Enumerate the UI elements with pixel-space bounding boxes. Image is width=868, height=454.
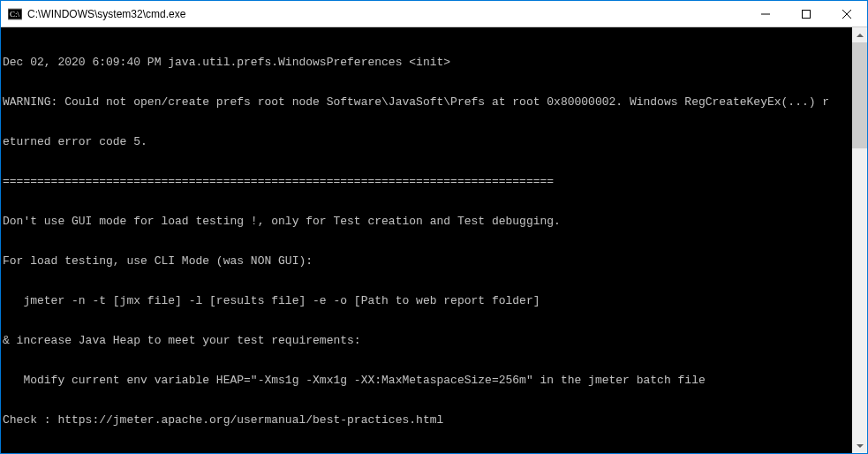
- vertical-scrollbar[interactable]: [852, 27, 867, 453]
- scroll-down-arrow[interactable]: [852, 438, 867, 453]
- terminal-line: Modify current env variable HEAP="-Xms1g…: [3, 374, 852, 387]
- titlebar[interactable]: C:\ C:\WINDOWS\system32\cmd.exe: [1, 1, 867, 27]
- terminal-line: Dec 02, 2020 6:09:40 PM java.util.prefs.…: [3, 56, 852, 69]
- terminal-line: eturned error code 5.: [3, 135, 852, 148]
- terminal-line: & increase Java Heap to meet your test r…: [3, 334, 852, 347]
- window-controls: [745, 1, 867, 26]
- terminal-area: Dec 02, 2020 6:09:40 PM java.util.prefs.…: [1, 27, 867, 453]
- terminal-line: Check : https://jmeter.apache.org/userma…: [3, 413, 852, 427]
- cmd-icon: C:\: [8, 7, 22, 21]
- terminal-output[interactable]: Dec 02, 2020 6:09:40 PM java.util.prefs.…: [1, 27, 852, 453]
- terminal-line: jmeter -n -t [jmx file] -l [results file…: [3, 294, 852, 307]
- window-title: C:\WINDOWS\system32\cmd.exe: [27, 1, 745, 27]
- terminal-line: Don't use GUI mode for load testing !, o…: [3, 215, 852, 228]
- svg-rect-3: [803, 11, 811, 19]
- svg-marker-7: [857, 444, 864, 448]
- svg-marker-6: [857, 34, 864, 37]
- minimize-button[interactable]: [745, 1, 786, 27]
- scroll-thumb[interactable]: [852, 42, 867, 148]
- close-button[interactable]: [826, 1, 867, 27]
- cmd-window: C:\ C:\WINDOWS\system32\cmd.exe Dec 02, …: [1, 1, 867, 453]
- terminal-line: ========================================…: [3, 175, 852, 188]
- terminal-line: For load testing, use CLI Mode (was NON …: [3, 254, 852, 268]
- svg-text:C:\: C:\: [10, 10, 20, 19]
- maximize-button[interactable]: [786, 1, 826, 27]
- scroll-up-arrow[interactable]: [852, 27, 867, 42]
- terminal-line: WARNING: Could not open/create prefs roo…: [3, 95, 852, 109]
